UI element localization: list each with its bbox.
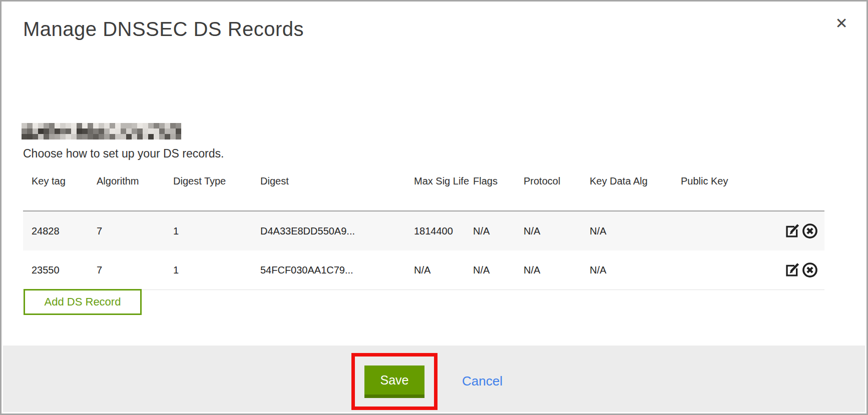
cell-algorithm: 7 xyxy=(97,250,173,290)
col-header-flags: Flags xyxy=(473,168,524,211)
col-header-digest: Digest xyxy=(260,168,414,211)
col-header-algorithm: Algorithm xyxy=(97,168,173,211)
cell-flags: N/A xyxy=(473,211,524,250)
add-ds-record-button[interactable]: Add DS Record xyxy=(24,289,142,315)
cell-max-sig-life: 1814400 xyxy=(414,211,473,250)
ds-records-table: Key tag Algorithm Digest Type Digest Max… xyxy=(23,168,824,290)
col-header-digest-type: Digest Type xyxy=(173,168,260,211)
cell-digest-type: 1 xyxy=(173,250,260,290)
table-row: 24828 7 1 D4A33E8DD550A9... 1814400 N/A … xyxy=(23,211,824,250)
cell-digest-type: 1 xyxy=(173,211,260,250)
cell-flags: N/A xyxy=(473,250,524,290)
cell-max-sig-life: N/A xyxy=(414,250,473,290)
table-header-row: Key tag Algorithm Digest Type Digest Max… xyxy=(23,168,824,211)
cell-algorithm: 7 xyxy=(97,211,173,250)
cell-public-key xyxy=(681,211,782,250)
redacted-domain xyxy=(22,123,181,140)
close-icon[interactable]: ✕ xyxy=(831,14,851,34)
page-title: Manage DNSSEC DS Records xyxy=(23,18,304,40)
manage-dnssec-dialog: Manage DNSSEC DS Records ✕ Choose how to… xyxy=(0,0,868,415)
instruction-text: Choose how to set up your DS records. xyxy=(23,147,224,160)
cell-digest: 54FCF030AA1C79... xyxy=(260,250,414,290)
col-header-protocol: Protocol xyxy=(524,168,590,211)
edit-icon[interactable] xyxy=(784,223,800,239)
col-header-key-data-alg: Key Data Alg xyxy=(590,168,681,211)
col-header-actions xyxy=(782,168,824,211)
cell-protocol: N/A xyxy=(524,250,590,290)
col-header-public-key: Public Key xyxy=(681,168,782,211)
table-row: 23550 7 1 54FCF030AA1C79... N/A N/A N/A … xyxy=(23,250,824,290)
edit-icon[interactable] xyxy=(784,262,800,278)
save-button[interactable]: Save xyxy=(364,366,424,398)
cell-actions xyxy=(782,211,824,250)
col-header-max-sig-life: Max Sig Life xyxy=(414,168,473,211)
cell-key-data-alg: N/A xyxy=(590,250,681,290)
cell-key-tag: 24828 xyxy=(23,211,97,250)
dialog-footer xyxy=(3,346,865,412)
cell-key-tag: 23550 xyxy=(23,250,97,290)
cell-key-data-alg: N/A xyxy=(590,211,681,250)
cell-protocol: N/A xyxy=(524,211,590,250)
cell-public-key xyxy=(681,250,782,290)
col-header-key-tag: Key tag xyxy=(23,168,97,211)
cell-actions xyxy=(782,250,824,290)
cell-digest: D4A33E8DD550A9... xyxy=(260,211,414,250)
delete-circle-icon[interactable] xyxy=(801,222,818,240)
delete-circle-icon[interactable] xyxy=(801,262,818,278)
cancel-link[interactable]: Cancel xyxy=(462,374,503,389)
